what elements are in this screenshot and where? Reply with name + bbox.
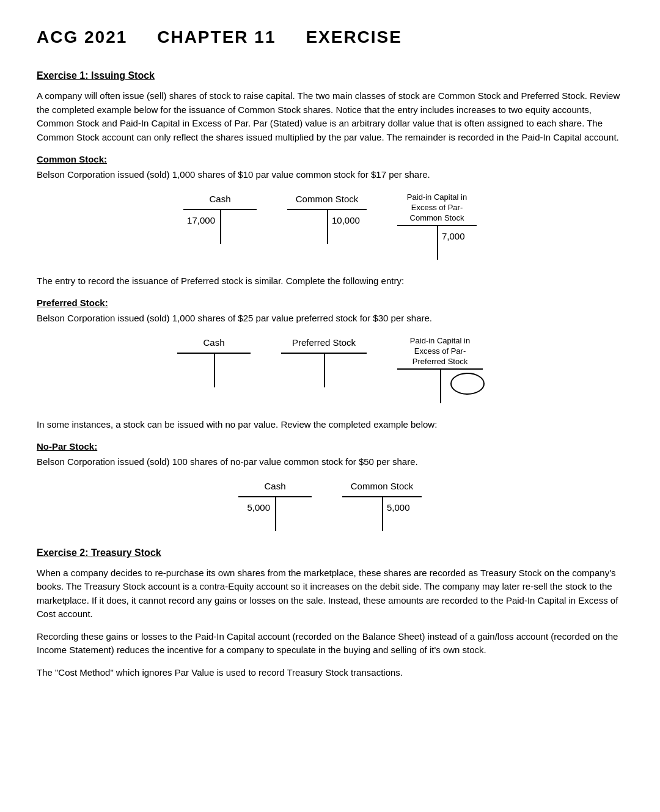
paid-preferred-credit (439, 370, 483, 403)
preferred-intro: The entry to record the issuance of Pref… (37, 274, 623, 288)
t-account-cash-3: Cash 5,000 (238, 480, 312, 531)
common-stock-label: Common Stock: (37, 153, 623, 167)
exercise2-para3: The "Cost Method" which ignores Par Valu… (37, 666, 623, 680)
preferred-credit (323, 354, 367, 387)
nopar-label: No-Par Stock: (37, 440, 623, 454)
cash-debit-2 (177, 354, 213, 387)
exercise2-para1: When a company decides to re-purchase it… (37, 566, 623, 621)
circle-annotation (449, 371, 486, 397)
common-label-3: Common Stock (351, 480, 414, 494)
t-account-cash-1: Cash 17,000 (183, 192, 257, 244)
common-debit-3 (342, 497, 381, 531)
nopar-intro: In some instances, a stock can be issued… (37, 418, 623, 432)
exercise2-para2: Recording these gains or losses to the P… (37, 630, 623, 657)
cash-credit-1 (219, 210, 257, 244)
cash-credit-2 (213, 354, 251, 387)
exercise1-intro: A company will often issue (sell) shares… (37, 89, 623, 144)
cash-debit-3: 5,000 (238, 497, 274, 531)
t-account-group-1: Cash 17,000 Common Stock 10,000 Paid-in … (37, 192, 623, 260)
cash-label-3: Cash (264, 480, 285, 494)
paid-preferred-debit (397, 370, 439, 403)
exercise1-title: Exercise 1: Issuing Stock (37, 68, 623, 83)
common-debit-1 (287, 210, 326, 244)
cash-label-2: Cash (203, 336, 224, 350)
paid-common-label: Paid-in Capital in Excess of Par- Common… (407, 192, 467, 224)
t-account-common-3: Common Stock 5,000 (342, 480, 422, 531)
t-account-paid-preferred: Paid-in Capital in Excess of Par- Prefer… (397, 336, 483, 403)
t-account-common-1: Common Stock 10,000 (287, 192, 367, 244)
t-account-paid-common: Paid-in Capital in Excess of Par- Common… (397, 192, 477, 260)
cash-label-1: Cash (209, 192, 230, 207)
common-label-1: Common Stock (296, 192, 359, 207)
common-credit-1: 10,000 (326, 210, 367, 244)
exercise2-title: Exercise 2: Treasury Stock (37, 546, 623, 560)
paid-preferred-label: Paid-in Capital in Excess of Par- Prefer… (410, 336, 470, 367)
t-account-cash-2: Cash (177, 336, 251, 387)
preferred-debit (281, 354, 323, 387)
t-account-group-3: Cash 5,000 Common Stock 5,000 (37, 480, 623, 531)
t-account-preferred: Preferred Stock (281, 336, 367, 387)
paid-preferred-t-wrapper (397, 368, 483, 403)
preferred-stock-label: Preferred Stock: (37, 296, 623, 310)
paid-common-debit (397, 226, 436, 260)
preferred-label: Preferred Stock (292, 336, 356, 350)
t-account-group-2: Cash Preferred Stock Paid-in Capital in … (37, 336, 623, 403)
preferred-stock-desc: Belson Corporation issued (sold) 1,000 s… (37, 312, 623, 326)
paid-common-credit: 7,000 (436, 226, 477, 260)
common-credit-3: 5,000 (381, 497, 422, 531)
cash-credit-3 (274, 497, 312, 531)
svg-point-0 (451, 373, 484, 394)
page-title: ACG 2021 CHAPTER 11 EXERCISE (37, 24, 623, 50)
nopar-desc: Belson Corporation issued (sold) 100 sha… (37, 455, 623, 469)
cash-debit-1: 17,000 (183, 210, 219, 244)
common-stock-desc: Belson Corporation issued (sold) 1,000 s… (37, 168, 623, 182)
